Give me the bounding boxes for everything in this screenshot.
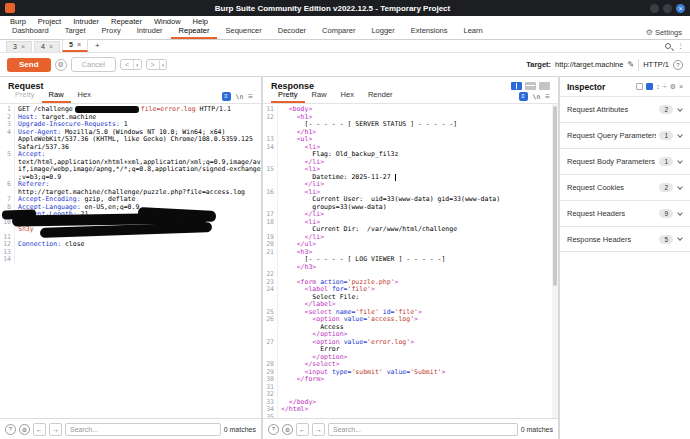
inspector-view-active-icon[interactable] bbox=[646, 83, 653, 90]
target-label: Target: bbox=[526, 60, 551, 69]
close-inspector-icon[interactable]: × bbox=[679, 83, 683, 90]
newline-toggle-icon[interactable]: \n bbox=[533, 93, 541, 101]
prev-match-button[interactable]: ← bbox=[33, 423, 46, 436]
next-match-button[interactable]: → bbox=[312, 423, 325, 436]
scrollbar-thumb[interactable] bbox=[553, 106, 557, 286]
inspector-section-request-headers[interactable]: Request Headers9 bbox=[560, 200, 690, 226]
http-version-help-icon[interactable]: ? bbox=[673, 60, 683, 70]
request-tab-hex[interactable]: Hex bbox=[71, 89, 98, 103]
window-controls: × bbox=[650, 4, 685, 13]
back-button[interactable]: < ▾ bbox=[120, 59, 142, 70]
search-help-icon[interactable]: ? bbox=[268, 424, 279, 435]
code-line: Select File: bbox=[263, 294, 558, 302]
repeater-tab-3[interactable]: 3× bbox=[6, 41, 32, 52]
add-tab-button[interactable]: + bbox=[90, 41, 105, 52]
gear-icon: ⚙ bbox=[646, 29, 653, 37]
columns-layout-icon[interactable] bbox=[511, 82, 522, 90]
tab-target[interactable]: Target bbox=[57, 25, 94, 39]
text-cursor bbox=[395, 174, 396, 181]
close-tab-icon[interactable]: × bbox=[21, 43, 25, 50]
inspector-section-request-body-parameters[interactable]: Request Body Parameters1 bbox=[560, 148, 690, 174]
line-number bbox=[0, 189, 15, 197]
line-number: 32 bbox=[263, 391, 278, 399]
tab-proxy[interactable]: Proxy bbox=[94, 25, 129, 39]
rows-layout-icon[interactable] bbox=[525, 82, 536, 90]
edit-target-icon[interactable]: ✎ bbox=[627, 60, 634, 69]
response-tab-render[interactable]: Render bbox=[361, 89, 400, 103]
code-line: 5Accept: bbox=[0, 151, 261, 159]
response-editor-icons: ≡ \n ≡ bbox=[519, 92, 551, 103]
prettify-icon[interactable]: ≡ bbox=[222, 92, 231, 101]
tab-repeater[interactable]: Repeater bbox=[171, 25, 218, 39]
repeater-tab-5[interactable]: 5× bbox=[62, 39, 88, 52]
send-button[interactable]: Send bbox=[7, 58, 51, 72]
response-tab-hex[interactable]: Hex bbox=[334, 89, 361, 103]
code-line: 32 bbox=[263, 391, 558, 399]
search-help-icon[interactable]: ? bbox=[5, 424, 16, 435]
line-number bbox=[0, 174, 15, 182]
main-area: Request PrettyRawHex ≡ \n ≡ 1GET /challe… bbox=[0, 76, 690, 439]
inspector-section-request-query-parameters[interactable]: Request Query Parameters1 bbox=[560, 122, 690, 148]
code-line: 17 </li> bbox=[263, 211, 558, 219]
forward-button[interactable]: > ▾ bbox=[146, 59, 168, 70]
tab-intruder[interactable]: Intruder bbox=[129, 25, 171, 39]
search-input[interactable] bbox=[65, 423, 221, 436]
tab-sequencer[interactable]: Sequencer bbox=[217, 25, 269, 39]
settings-button[interactable]: ⚙ Settings bbox=[642, 28, 686, 39]
back-caret-icon[interactable]: ▾ bbox=[133, 60, 141, 69]
count-badge: 1 bbox=[659, 157, 673, 166]
chevron-down-icon bbox=[677, 235, 683, 241]
more-options-icon[interactable]: ⋮ bbox=[677, 42, 684, 50]
code-line: Access bbox=[263, 324, 558, 332]
code-line: 27 <option value='error.log'> bbox=[263, 339, 558, 347]
maximize-button[interactable] bbox=[663, 4, 672, 13]
forward-caret-icon[interactable]: ▾ bbox=[159, 60, 167, 69]
code-line: 30 </form> bbox=[263, 376, 558, 384]
search-settings-icon[interactable]: ⚙ bbox=[282, 424, 293, 435]
section-label: Response Headers bbox=[567, 235, 631, 244]
tab-extensions[interactable]: Extensions bbox=[403, 25, 456, 39]
prettify-icon[interactable]: ≡ bbox=[519, 92, 528, 101]
cancel-button[interactable]: Cancel bbox=[71, 57, 116, 72]
tab-dashboard[interactable]: Dashboard bbox=[4, 25, 57, 39]
scrollbar-track[interactable] bbox=[552, 104, 558, 418]
inspector-section-response-headers[interactable]: Response Headers5 bbox=[560, 226, 690, 252]
collapse-all-icon[interactable]: ÷ bbox=[663, 83, 667, 90]
search-settings-icon[interactable]: ⚙ bbox=[19, 424, 30, 435]
request-tab-pretty[interactable]: Pretty bbox=[8, 89, 42, 103]
tab-logger[interactable]: Logger bbox=[363, 25, 402, 39]
editor-menu-icon[interactable]: ≡ bbox=[545, 93, 550, 101]
line-number: 30 bbox=[263, 376, 278, 384]
minimize-button[interactable] bbox=[650, 4, 659, 13]
expand-all-icon[interactable]: ↕ bbox=[656, 83, 660, 90]
next-match-button[interactable]: → bbox=[49, 423, 62, 436]
prev-match-button[interactable]: ← bbox=[296, 423, 309, 436]
repeater-tab-4[interactable]: 4× bbox=[34, 41, 60, 52]
tab-learn[interactable]: Learn bbox=[455, 25, 490, 39]
line-number: 11 bbox=[263, 106, 278, 114]
code-line: 13 bbox=[0, 249, 261, 257]
section-label: Request Headers bbox=[567, 209, 625, 218]
inspector-view-icon[interactable] bbox=[636, 83, 643, 90]
tab-comparer[interactable]: Comparer bbox=[314, 25, 363, 39]
send-options-button[interactable]: ⚙ bbox=[55, 59, 67, 71]
inspector-section-request-attributes[interactable]: Request Attributes2 bbox=[560, 96, 690, 122]
response-tab-raw[interactable]: Raw bbox=[305, 89, 334, 103]
close-tab-icon[interactable]: × bbox=[49, 43, 53, 50]
search-input[interactable] bbox=[328, 423, 518, 436]
editor-menu-icon[interactable]: ≡ bbox=[248, 93, 253, 101]
tab-decoder[interactable]: Decoder bbox=[270, 25, 314, 39]
count-badge: 5 bbox=[659, 235, 673, 244]
request-editor[interactable]: 1GET /challengefile=error.log HTTP/1.12H… bbox=[0, 104, 261, 418]
response-editor[interactable]: 11 <body>12 <h1> [- - - - - [ SERVER STA… bbox=[263, 104, 558, 418]
combined-layout-icon[interactable] bbox=[539, 82, 550, 90]
close-tab-icon[interactable]: × bbox=[77, 41, 81, 48]
newline-toggle-icon[interactable]: \n bbox=[236, 93, 244, 101]
request-tab-raw[interactable]: Raw bbox=[42, 89, 71, 103]
close-button[interactable]: × bbox=[676, 4, 685, 13]
inspector-section-request-cookies[interactable]: Request Cookies2 bbox=[560, 174, 690, 200]
response-tab-pretty[interactable]: Pretty bbox=[271, 89, 305, 103]
inspector-settings-icon[interactable]: ⚙ bbox=[670, 83, 676, 91]
code-line: </option> bbox=[263, 331, 558, 339]
search-icon[interactable] bbox=[665, 43, 671, 49]
